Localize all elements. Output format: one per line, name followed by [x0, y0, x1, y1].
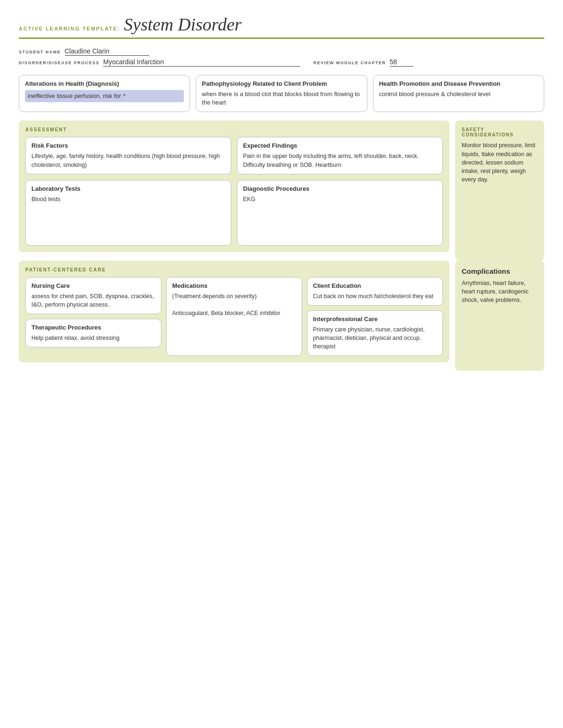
- student-info-section: STUDENT NAME Claudine Clarin DISORDER/DI…: [19, 47, 544, 67]
- pcc-main: PATIENT-CENTERED CARE Nursing Care asses…: [19, 261, 449, 363]
- therapeutic-procedures-title: Therapeutic Procedures: [31, 324, 155, 331]
- student-name-label: STUDENT NAME: [19, 50, 61, 54]
- assessment-label: ASSESSMENT: [25, 127, 443, 132]
- medications-box: Medications (Treatment depends on severi…: [166, 277, 302, 356]
- diagnostic-procedures-content: EKG: [243, 195, 437, 203]
- disorder-row: DISORDER/DISEASE PROCESS Myocardial Infa…: [19, 58, 544, 67]
- pcc-right-col: Client Education Cut back on how much fa…: [307, 277, 443, 356]
- pcc-grid: Nursing Care assess for chest pain, SOB,…: [25, 277, 443, 356]
- pathophysiology-content: when there is a blood clot that blocks b…: [202, 90, 361, 107]
- diagnostic-procedures-box: Diagnostic Procedures EKG: [237, 180, 443, 246]
- expected-findings-box: Expected Findings Pain in the upper body…: [237, 137, 443, 174]
- risk-factors-content: Lifestyle, age, family history, health c…: [31, 152, 225, 169]
- health-promotion-content: control blood pressure & cholesterol lev…: [379, 90, 538, 98]
- complications-content: Arrythmias, heart failure, heart rupture…: [462, 279, 538, 304]
- risk-factors-title: Risk Factors: [31, 142, 225, 149]
- disorder-label: DISORDER/DISEASE PROCESS: [19, 60, 99, 65]
- diagnostic-procedures-title: Diagnostic Procedures: [243, 185, 437, 192]
- pcc-middle-col: Medications (Treatment depends on severi…: [166, 277, 302, 356]
- client-education-box: Client Education Cut back on how much fa…: [307, 277, 443, 306]
- page-header: ACTIVE LEARNING TEMPLATE: System Disorde…: [19, 14, 544, 39]
- expected-findings-content: Pain in the upper body including the arm…: [243, 152, 437, 169]
- pathophysiology-title: Pathophysiology Related to Client Proble…: [202, 80, 361, 87]
- medications-title: Medications: [172, 282, 296, 289]
- laboratory-tests-title: Laboratory Tests: [31, 185, 225, 192]
- nursing-care-content: assess for chest pain, SOB, dyspnea, cra…: [31, 292, 155, 309]
- laboratory-tests-box: Laboratory Tests Blood tests: [25, 180, 231, 246]
- student-name-value: Claudine Clarin: [65, 47, 149, 56]
- template-title: System Disorder: [124, 14, 242, 35]
- medications-content: (Treatment depends on severity)Anticoagu…: [172, 292, 296, 317]
- nursing-care-title: Nursing Care: [31, 282, 155, 289]
- safety-label: SAFETYCONSIDERATIONS: [462, 127, 538, 137]
- risk-factors-box: Risk Factors Lifestyle, age, family hist…: [25, 137, 231, 174]
- disorder-value: Myocardial Infarction: [103, 58, 300, 67]
- interprofessional-care-box: Interprofessional Care Primary care phys…: [307, 310, 443, 356]
- client-education-title: Client Education: [313, 282, 437, 289]
- health-promotion-box: Health Promotion and Disease Prevention …: [373, 75, 544, 112]
- alterations-box: Alterations in Health (Diagnosis) ineffe…: [19, 75, 190, 112]
- laboratory-tests-content: Blood tests: [31, 195, 225, 203]
- template-label: ACTIVE LEARNING TEMPLATE:: [19, 26, 120, 31]
- health-promotion-title: Health Promotion and Disease Prevention: [379, 80, 538, 87]
- assessment-main: ASSESSMENT Risk Factors Lifestyle, age, …: [19, 120, 449, 252]
- pcc-label: PATIENT-CENTERED CARE: [25, 267, 443, 272]
- interprofessional-care-title: Interprofessional Care: [313, 315, 437, 323]
- complications-title: Complications: [462, 267, 538, 275]
- assessment-section: ASSESSMENT Risk Factors Lifestyle, age, …: [19, 120, 544, 260]
- student-name-row: STUDENT NAME Claudine Clarin: [19, 47, 544, 56]
- client-education-content: Cut back on how much fat/cholesterol the…: [313, 292, 437, 300]
- pcc-section: PATIENT-CENTERED CARE Nursing Care asses…: [19, 261, 544, 371]
- complications-box: Complications Arrythmias, heart failure,…: [455, 261, 544, 371]
- safety-content: Monitor blood pressure, limit liquids, t…: [462, 141, 538, 184]
- expected-findings-title: Expected Findings: [243, 142, 437, 149]
- pathophysiology-box: Pathophysiology Related to Client Proble…: [196, 75, 367, 112]
- assessment-grid: Risk Factors Lifestyle, age, family hist…: [25, 137, 443, 245]
- interprofessional-care-content: Primary care physician, nurse, cardiolog…: [313, 325, 437, 351]
- alterations-title: Alterations in Health (Diagnosis): [25, 80, 184, 87]
- alterations-content: ineffective tissue perfusion, risk for ^: [25, 90, 184, 102]
- therapeutic-procedures-box: Therapeutic Procedures Help patient rela…: [25, 319, 161, 347]
- top-boxes-section: Alterations in Health (Diagnosis) ineffe…: [19, 75, 544, 112]
- review-label: REVIEW MODULE CHAPTER: [313, 60, 386, 65]
- pcc-left-col: Nursing Care assess for chest pain, SOB,…: [25, 277, 161, 356]
- review-value: 58: [390, 58, 413, 67]
- therapeutic-procedures-content: Help patient relax, avoid stressing: [31, 334, 155, 342]
- nursing-care-box: Nursing Care assess for chest pain, SOB,…: [25, 277, 161, 314]
- safety-considerations-box: SAFETYCONSIDERATIONS Monitor blood press…: [455, 120, 544, 260]
